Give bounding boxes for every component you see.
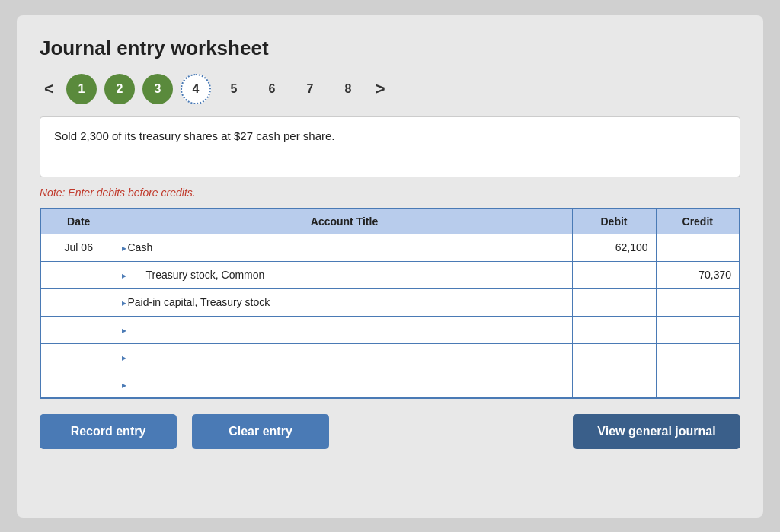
table-row: ▸: [40, 343, 740, 371]
action-buttons: Record entry Clear entry View general jo…: [40, 414, 740, 449]
step-2-button[interactable]: 2: [104, 74, 135, 104]
view-general-journal-button[interactable]: View general journal: [573, 414, 740, 449]
worksheet-container: Journal entry worksheet < 1 2 3 4 5 6 7 …: [17, 15, 763, 518]
table-row: ▸: [40, 371, 740, 398]
cell-debit[interactable]: 62,100: [572, 234, 656, 261]
step-8-button[interactable]: 8: [333, 74, 363, 104]
cell-account[interactable]: ▸: [117, 343, 572, 371]
table-row: ▸Treasury stock, Common70,370: [40, 261, 740, 288]
table-row: ▸Paid-in capital, Treasury stock: [40, 288, 740, 316]
header-debit: Debit: [572, 209, 656, 234]
step-6-button[interactable]: 6: [257, 74, 287, 104]
cell-arrow-icon: ▸: [122, 352, 126, 363]
cell-credit[interactable]: [656, 316, 740, 343]
cell-account[interactable]: ▸Treasury stock, Common: [117, 261, 572, 288]
header-account: Account Title: [117, 209, 572, 234]
step-3-button[interactable]: 3: [142, 74, 173, 104]
account-text: Paid-in capital, Treasury stock: [128, 296, 270, 308]
account-text: Treasury stock, Common: [128, 269, 265, 281]
table-row: ▸: [40, 316, 740, 343]
cell-date[interactable]: [40, 288, 117, 316]
cell-date[interactable]: Jul 06: [40, 234, 117, 261]
cell-credit[interactable]: 70,370: [656, 261, 740, 288]
clear-entry-button[interactable]: Clear entry: [192, 414, 329, 449]
cell-date[interactable]: [40, 343, 117, 371]
cell-debit[interactable]: [572, 288, 656, 316]
table-row: Jul 06▸Cash62,100: [40, 234, 740, 261]
step-1-button[interactable]: 1: [66, 74, 97, 104]
cell-account[interactable]: ▸Cash: [117, 234, 572, 261]
description-box: Sold 2,300 of its treasury shares at $27…: [40, 116, 740, 177]
cell-arrow-icon: ▸: [122, 325, 126, 336]
cell-credit[interactable]: [656, 288, 740, 316]
cell-arrow-icon: ▸: [122, 270, 126, 281]
note-text: Note: Enter debits before credits.: [40, 186, 740, 199]
step-5-button[interactable]: 5: [219, 74, 249, 104]
prev-arrow[interactable]: <: [40, 79, 59, 99]
page-title: Journal entry worksheet: [40, 37, 740, 60]
cell-credit[interactable]: [656, 234, 740, 261]
cell-arrow-icon: ▸: [122, 298, 126, 308]
cell-debit[interactable]: [572, 371, 656, 398]
cell-credit[interactable]: [656, 343, 740, 371]
cell-account[interactable]: ▸: [117, 316, 572, 343]
cell-credit[interactable]: [656, 371, 740, 398]
header-credit: Credit: [656, 209, 740, 234]
step-navigation: < 1 2 3 4 5 6 7 8 >: [40, 74, 740, 104]
journal-table: Date Account Title Debit Credit Jul 06▸C…: [40, 208, 740, 400]
cell-debit[interactable]: [572, 261, 656, 288]
next-arrow[interactable]: >: [371, 79, 390, 99]
description-text: Sold 2,300 of its treasury shares at $27…: [54, 129, 335, 142]
cell-date[interactable]: [40, 261, 117, 288]
cell-account[interactable]: ▸Paid-in capital, Treasury stock: [117, 288, 572, 316]
step-4-button[interactable]: 4: [181, 74, 211, 104]
cell-debit[interactable]: [572, 343, 656, 371]
header-date: Date: [40, 209, 117, 234]
step-7-button[interactable]: 7: [295, 74, 325, 104]
account-text: Cash: [128, 241, 153, 253]
cell-date[interactable]: [40, 371, 117, 398]
cell-debit[interactable]: [572, 316, 656, 343]
cell-account[interactable]: ▸: [117, 371, 572, 398]
cell-arrow-icon: ▸: [122, 380, 126, 390]
record-entry-button[interactable]: Record entry: [40, 414, 177, 449]
cell-date[interactable]: [40, 316, 117, 343]
cell-arrow-icon: ▸: [122, 243, 126, 253]
